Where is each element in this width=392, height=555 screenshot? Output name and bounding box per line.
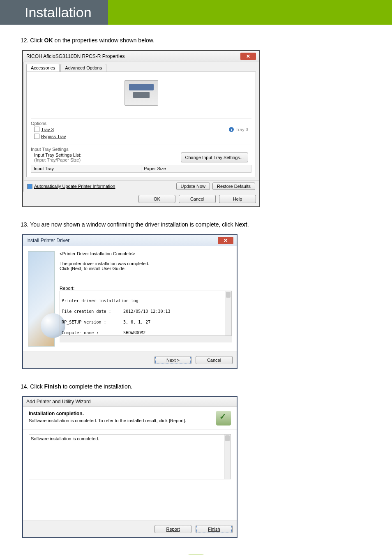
result-list[interactable]: Software installation is completed.: [29, 434, 231, 479]
bypass-tray-checkbox[interactable]: [34, 134, 39, 139]
report-val: SHOWROOM2: [123, 330, 145, 335]
page-header: Installation: [0, 0, 392, 25]
report-line: Computer name :: [62, 330, 123, 335]
column-paper-size: Paper Size: [141, 165, 251, 172]
step-14-bold: Finish: [44, 383, 61, 390]
ok-button[interactable]: OK: [138, 195, 175, 203]
input-tray-settings-list-label: Input Tray Settings List:: [34, 153, 81, 157]
report-line: Printer driver installation log: [62, 298, 123, 303]
cancel-button[interactable]: Cancel: [196, 356, 233, 364]
info-icon: i: [229, 127, 234, 132]
install-complete-heading: <Printer Driver Installation Complete>: [60, 251, 232, 256]
finish-button[interactable]: Finish: [196, 525, 233, 533]
properties-title-bar: RICOH AficioSG3110DN RPCS-R Properties ✕: [23, 51, 259, 62]
header-accent-stripe: [108, 0, 392, 25]
step-13-text: 13. You are now shown a window confirmin…: [21, 221, 371, 228]
bypass-tray-label: Bypass Tray: [41, 134, 66, 139]
tray-3-info-text: Tray 3: [235, 127, 248, 132]
step-13-suffix: .: [247, 221, 249, 228]
auto-update-checkbox[interactable]: [27, 184, 32, 189]
step-12-suffix: on the properties window shown below.: [53, 37, 154, 44]
install-printer-driver-dialog: Install Printer Driver ✕ <Printer Driver…: [22, 234, 238, 369]
step-12-bold: OK: [44, 37, 53, 44]
checkmark-icon: [216, 411, 231, 426]
input-tray-settings-label: Input Tray Settings: [31, 144, 251, 152]
input-tray-settings-list-sub: (Input Tray/Paper Size): [34, 157, 81, 162]
tray-3-label: Tray 3: [41, 127, 54, 132]
wizard-title: Add Printer and Utility Wizard: [26, 399, 91, 405]
step-12-text: 12. Click OK on the properties window sh…: [21, 37, 371, 44]
report-textarea[interactable]: Printer driver installation log File cre…: [60, 291, 232, 336]
result-list-line: Software installation is completed.: [31, 436, 99, 441]
add-printer-wizard-dialog: Add Printer and Utility Wizard Installat…: [22, 396, 238, 538]
report-button[interactable]: Report: [154, 525, 191, 533]
tab-advanced-options[interactable]: Advanced Options: [60, 64, 106, 72]
step-13-prefix: 13. You are now shown a window confirmin…: [21, 221, 239, 228]
next-button[interactable]: Next >: [154, 356, 191, 364]
report-val: 3, 0, 1, 27: [123, 319, 150, 325]
cancel-button[interactable]: Cancel: [179, 195, 216, 203]
wizard-title-bar: Add Printer and Utility Wizard: [23, 397, 237, 407]
printer-illustration: [125, 80, 158, 106]
report-line: File creation date :: [62, 309, 123, 314]
page-title: Installation: [0, 0, 108, 25]
change-input-tray-settings-button[interactable]: Change Input Tray Settings...: [181, 153, 248, 162]
install-dialog-title: Install Printer Driver: [26, 238, 69, 243]
report-line: RP_SETUP version :: [62, 319, 123, 325]
install-dialog-title-bar: Install Printer Driver ✕: [23, 235, 237, 246]
auto-update-label: Automatically Update Printer Information: [34, 184, 115, 189]
installation-completion-heading: Installation completion.: [29, 411, 186, 416]
scrollbar-vertical[interactable]: [224, 435, 231, 479]
close-icon[interactable]: ✕: [240, 53, 256, 60]
properties-dialog: RICOH AficioSG3110DN RPCS-R Properties ✕…: [22, 50, 260, 207]
scrollbar-vertical[interactable]: [225, 291, 231, 335]
tab-accessories[interactable]: Accessories: [26, 64, 60, 72]
close-icon[interactable]: ✕: [218, 237, 233, 244]
step-14-text: 14. Click Finish to complete the install…: [21, 383, 371, 390]
column-input-tray: Input Tray: [31, 165, 141, 172]
help-button[interactable]: Help: [219, 195, 256, 203]
scrollbar-horizontal[interactable]: [60, 336, 232, 342]
options-group-label: Options: [31, 118, 251, 126]
install-dialog-sidebar-image: [28, 251, 55, 347]
report-label: Report:: [60, 286, 232, 291]
update-now-button[interactable]: Update Now: [176, 183, 210, 190]
install-desc-2: Click [Next] to install User Guide.: [60, 266, 232, 271]
step-12-prefix: 12. Click: [21, 37, 44, 44]
tray-3-checkbox[interactable]: [34, 127, 39, 132]
report-val: 2012/05/10 12:30:13: [123, 309, 170, 314]
properties-title-text: RICOH AficioSG3110DN RPCS-R Properties: [26, 53, 125, 59]
step-14-suffix: to complete the installation.: [61, 383, 133, 390]
step-13-bold: ext: [239, 221, 247, 228]
step-14-prefix: 14. Click: [21, 383, 44, 390]
restore-defaults-button[interactable]: Restore Defaults: [212, 183, 255, 190]
installation-completion-sub: Software installation is completed. To r…: [29, 418, 186, 423]
install-desc-1: The printer driver installation was comp…: [60, 261, 232, 266]
